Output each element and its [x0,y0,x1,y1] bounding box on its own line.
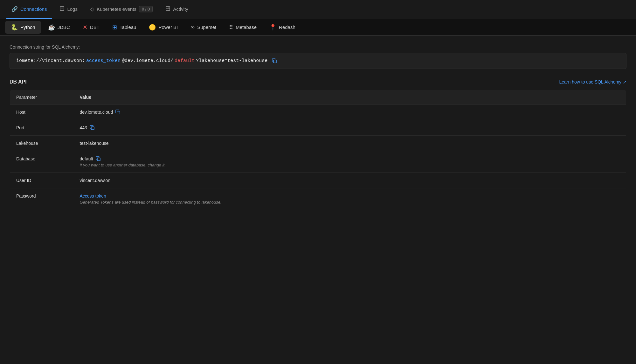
copy-database-button[interactable] [96,156,101,161]
cs-suffix: ?lakehouse=test-lakehouse [196,58,267,64]
tool-tab-powerbi-label: Power BI [158,24,178,30]
table-row: Database default If you want to use anot… [10,151,626,173]
tab-connections[interactable]: 🔗 Connections [6,0,52,19]
tool-tab-dbt-label: DBT [90,24,100,30]
svg-rect-8 [117,111,120,114]
svg-rect-0 [60,7,64,10]
jdbc-icon: ☕ [48,24,55,31]
table-row: Lakehouse test-lakehouse [10,136,626,151]
main-content: Connection string for SQL Alchemy: iomet… [0,36,636,219]
table-header-row: Parameter Value [10,90,626,104]
col-value: Value [73,90,626,104]
port-value-container: 443 [80,125,620,130]
val-lakehouse: test-lakehouse [73,136,626,151]
svg-rect-10 [97,158,100,161]
copy-port-button[interactable] [90,125,95,130]
tool-tab-tableau[interactable]: ⊞ Tableau [107,21,142,34]
val-password: Access token Generated Tokens are used i… [73,188,626,210]
tool-tab-superset[interactable]: ∞ Superset [185,21,222,34]
tool-tab-jdbc-label: JDBC [58,24,70,30]
tool-tab-redash[interactable]: 📍 Redash [264,21,301,34]
tab-kubernetes[interactable]: ◇ Kubernetes events 0 / 0 [85,0,158,19]
param-port: Port [10,120,73,136]
copy-connection-string-button[interactable] [272,58,277,64]
host-value-text: dev.iomete.cloud [80,110,113,115]
svg-rect-3 [166,7,170,10]
connection-string-box: iomete://vincent.dawson:access_token@dev… [10,53,626,69]
tool-tab-powerbi[interactable]: 🟡 Power BI [143,21,183,34]
col-parameter: Parameter [10,90,73,104]
lakehouse-value-text: test-lakehouse [80,141,109,146]
tool-tab-superset-label: Superset [197,24,216,30]
learn-link[interactable]: Learn how to use SQL Alchemy ↗ [559,79,626,84]
tool-tabs: 🐍 Python ☕ JDBC ✕ DBT ⊞ Tableau 🟡 Power … [0,19,636,36]
param-userid: User ID [10,173,73,188]
python-icon: 🐍 [11,24,18,31]
cs-middle: @dev.iomete.cloud/ [122,58,173,64]
top-nav: 🔗 Connections Logs ◇ Kubernetes events 0… [0,0,636,19]
password-note: Generated Tokens are used instead of pas… [80,200,620,205]
tab-kubernetes-label: Kubernetes events [97,6,136,12]
param-lakehouse: Lakehouse [10,136,73,151]
database-value-text: default [80,156,93,161]
param-database: Database [10,151,73,173]
db-api-table: Parameter Value Host dev.iomete.cloud [10,90,626,210]
tool-tab-python[interactable]: 🐍 Python [5,21,41,34]
tool-tab-redash-label: Redash [279,24,295,30]
tool-tab-metabase-label: Metabase [236,24,257,30]
db-api-section-header: DB API Learn how to use SQL Alchemy ↗ [10,79,626,85]
table-row: Password Access token Generated Tokens a… [10,188,626,210]
powerbi-icon: 🟡 [149,24,156,31]
svg-rect-7 [273,60,276,63]
cs-default: default [175,58,195,64]
cs-access-token: access_token [86,58,121,64]
userid-value-text: vincent.dawson [80,178,111,183]
tool-tab-python-label: Python [20,24,35,30]
metabase-icon: ⠿ [229,24,233,31]
param-host: Host [10,104,73,120]
database-value-container: default [80,156,620,161]
dbt-icon: ✕ [83,24,87,31]
k8s-badge: 0 / 0 [139,6,153,12]
val-port: 443 [73,120,626,136]
val-database: default If you want to use another datab… [73,151,626,173]
tool-tab-dbt[interactable]: ✕ DBT [77,21,105,34]
val-host: dev.iomete.cloud [73,104,626,120]
db-api-title: DB API [10,79,27,85]
superset-icon: ∞ [190,24,195,30]
tab-logs[interactable]: Logs [54,0,83,19]
tool-tab-jdbc[interactable]: ☕ JDBC [42,21,76,34]
database-note: If you want to use another database, cha… [80,163,620,167]
connection-string-label: Connection string for SQL Alchemy: [10,44,626,50]
tool-tab-metabase[interactable]: ⠿ Metabase [223,21,262,34]
tab-connections-label: Connections [20,6,47,12]
tab-activity-label: Activity [173,6,188,12]
svg-rect-9 [91,127,94,130]
tool-tab-tableau-label: Tableau [120,24,136,30]
access-token-link[interactable]: Access token [80,193,106,199]
table-row: User ID vincent.dawson [10,173,626,188]
tab-activity[interactable]: Activity [160,0,193,19]
param-password: Password [10,188,73,210]
table-row: Port 443 [10,120,626,136]
table-row: Host dev.iomete.cloud [10,104,626,120]
tableau-icon: ⊞ [112,24,117,31]
activity-icon [165,6,170,12]
logs-icon [59,6,65,12]
cs-prefix: iomete://vincent.dawson: [16,58,85,64]
connections-icon: 🔗 [11,6,18,12]
kubernetes-icon: ◇ [90,6,94,12]
port-value-text: 443 [80,125,87,130]
copy-host-button[interactable] [115,110,121,115]
host-value-container: dev.iomete.cloud [80,110,620,115]
redash-icon: 📍 [269,24,276,31]
tab-logs-label: Logs [67,6,78,12]
val-userid: vincent.dawson [73,173,626,188]
